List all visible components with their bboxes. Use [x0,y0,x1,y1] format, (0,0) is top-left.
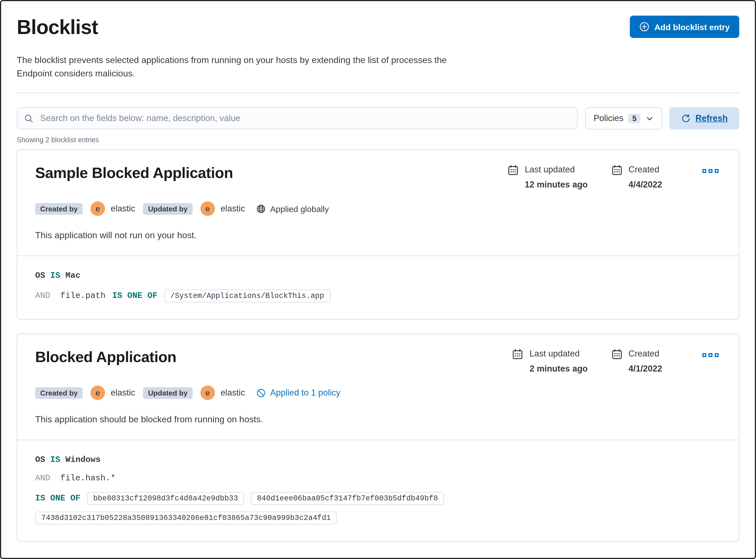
policies-filter-label: Policies [593,113,623,123]
entry-title: Blocked Application [35,349,176,366]
condition-field: file.path [60,291,106,301]
criteria-condition-line: AND file.path IS ONE OF /System/Applicat… [35,290,721,303]
page-description: The blocklist prevents selected applicat… [17,53,739,80]
blocklist-entry-card: Sample Blocked Application Last updated … [17,150,739,320]
page-number-1[interactable]: 1 [714,558,719,559]
last-updated-value: 2 minutes ago [530,364,588,374]
os-field: OS [35,455,45,465]
updated-by-badge: Updated by [143,203,193,215]
boxes-horizontal-icon [703,169,706,173]
entry-card-header: Sample Blocked Application Last updated … [17,150,739,190]
last-updated-group: Last updated 12 minutes ago [507,164,588,190]
plus-circle-icon [639,22,649,32]
avatar: e [90,201,105,216]
applied-to-policy-label: Applied to 1 policy [270,388,341,398]
partial-policy-icon [256,388,266,398]
refresh-button[interactable]: Refresh [669,107,739,129]
os-value: Windows [65,455,101,465]
chevron-right-icon [730,558,738,559]
refresh-icon [681,114,690,123]
applied-globally-indicator: Applied globally [256,204,329,214]
calendar-icon [512,349,523,374]
is-one-of-operator: IS ONE OF [35,494,80,503]
entry-meta-row: Created by e elastic Updated by e elasti… [17,201,739,216]
last-updated-column: Last updated 12 minutes ago [525,164,588,190]
condition-field: file.hash.* [60,474,115,483]
is-one-of-operator: IS ONE OF [112,291,157,301]
search-icon [24,114,34,123]
search-input[interactable] [39,113,570,124]
entry-criteria: OS IS Mac AND file.path IS ONE OF /Syste… [17,256,739,319]
entry-meta-row: Created by e elastic Updated by e elasti… [17,385,739,400]
scale-wrapper: Blocklist Add blocklist entry The blockl… [0,0,756,559]
next-page-button[interactable] [729,557,739,559]
calendar-icon [611,164,622,190]
created-by-badge: Created by [35,203,83,215]
policies-filter-button[interactable]: Policies 5 [585,107,662,129]
created-label: Created [628,164,662,175]
applied-to-policy-link[interactable]: Applied to 1 policy [256,388,341,398]
created-by-user: elastic [111,388,135,398]
criteria-values-line: IS ONE OF bbe80313cf12098d3fc4d8a42e9dbb… [35,492,721,524]
criteria-os-line: OS IS Windows [35,455,721,465]
entry-actions-menu-button[interactable] [700,167,721,175]
chevron-left-icon [695,558,703,559]
updated-by-user: elastic [220,204,245,214]
add-blocklist-entry-button[interactable]: Add blocklist entry [630,16,739,38]
entry-card-header: Blocked Application Last updated 2 minut… [17,334,739,374]
created-value: 4/1/2022 [628,364,662,374]
and-conjunction: AND [35,474,50,483]
is-operator: IS [50,455,60,465]
os-field: OS [35,271,45,281]
blocklist-entry-card: Blocked Application Last updated 2 minut… [17,334,739,542]
updated-by-badge: Updated by [143,387,193,399]
header-divider [17,93,739,93]
criteria-os-line: OS IS Mac [35,271,721,281]
condition-value-pill: bbe80313cf12098d3fc4d8a42e9dbb33 [87,492,244,505]
last-updated-label: Last updated [530,349,588,359]
refresh-label: Refresh [695,113,728,123]
entry-dates-block: Last updated 2 minutes ago Created 4/1/2… [512,349,721,374]
is-operator: IS [50,271,60,281]
chevron-down-icon [645,114,654,122]
results-count-text: Showing 2 blocklist entries [17,136,739,144]
created-column: Created 4/4/2022 [628,164,662,190]
search-box[interactable] [17,107,578,129]
entry-criteria: OS IS Windows AND file.hash.* IS ONE OF … [17,440,739,541]
page-description-line1: The blocklist prevents selected applicat… [17,55,447,65]
updated-by-user: elastic [220,388,245,398]
rows-per-page-label: Rows per page: 10 [20,558,86,559]
avatar: e [200,201,215,216]
criteria-condition-line: AND file.hash.* [35,474,721,483]
pagination: 1 [693,557,739,559]
previous-page-button[interactable] [693,557,704,559]
controls-row: Policies 5 Refresh [17,107,739,129]
created-column: Created 4/1/2022 [628,349,662,374]
page-title: Blocklist [17,16,98,39]
entry-description: This application should be blocked from … [17,415,739,425]
entry-actions-menu-button[interactable] [700,351,721,359]
last-updated-group: Last updated 2 minutes ago [512,349,588,374]
condition-value-pill: 840d1eee06baa05cf3147fb7ef003b5dfdb49bf8 [251,492,444,505]
page-header: Blocklist Add blocklist entry [17,14,739,39]
condition-value-pill: 7438d3102c317b05228a350891363340206e81cf… [35,512,337,524]
entry-description: This application will not run on your ho… [17,230,739,241]
avatar: e [200,385,215,400]
rows-per-page-button[interactable]: Rows per page: 10 [17,557,101,559]
created-by-badge: Created by [35,387,83,399]
created-label: Created [628,349,662,359]
table-footer: Rows per page: 10 1 [17,557,739,559]
calendar-icon [611,349,622,374]
condition-value-pill: /System/Applications/BlockThis.app [164,290,330,303]
os-value: Mac [65,271,80,281]
created-group: Created 4/1/2022 [611,349,662,374]
add-blocklist-entry-label: Add blocklist entry [654,22,730,31]
globe-icon [256,204,266,214]
entry-title: Sample Blocked Application [35,164,233,182]
applied-globally-label: Applied globally [270,204,329,214]
created-by-user: elastic [111,204,135,214]
calendar-icon [507,164,519,190]
created-group: Created 4/4/2022 [611,164,662,190]
page-description-line2: Endpoint considers malicious. [17,69,135,78]
and-conjunction: AND [35,291,50,301]
